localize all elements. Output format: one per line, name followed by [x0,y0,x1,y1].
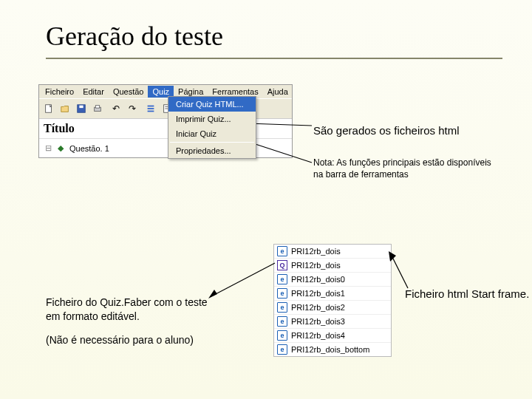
file-row[interactable]: ePRI12rb_dois0 [274,273,391,287]
file-row[interactable]: ePRI12rb_dois [274,245,391,259]
file-name: PRI12rb_dois3 [291,317,345,326]
file-row[interactable]: QPRI12rb_dois [274,259,391,273]
dropdown-separator [170,142,254,143]
menu-item-ficheiro[interactable]: Ficheiro [41,86,78,98]
svg-rect-7 [148,111,154,112]
quizfaber-window: FicheiroEditarQuestãoQuizPáginaFerrament… [38,84,293,158]
question-icon: ◆ [56,144,65,153]
generated-files-list: ePRI12rb_doisQPRI12rb_doisePRI12rb_dois0… [273,244,392,357]
file-row[interactable]: ePRI12rb_dois_bottom [274,343,391,356]
html-file-icon: e [277,316,287,327]
html-file-icon: e [277,302,287,313]
file-name: PRI12rb_dois [291,247,341,256]
file-row[interactable]: ePRI12rb_dois4 [274,329,391,343]
menu-item-questão[interactable]: Questão [109,86,149,98]
title-field-label: Título [44,122,75,134]
quiz-menu-dropdown: Criar Quiz HTML...Imprimir Quiz...Inicia… [168,96,256,159]
new-file-icon[interactable] [41,100,57,117]
dropdown-item[interactable]: Imprimir Quiz... [168,112,256,126]
annotation-start-frame: Ficheiro html Start frame. [405,287,529,301]
html-file-icon: e [277,246,287,256]
html-file-icon: e [277,344,287,355]
svg-marker-23 [208,290,217,299]
page-title: Geração do teste [46,21,532,52]
annotation-quizfaber-file: Ficheiro do Quiz.Faber com o teste em fo… [46,296,223,324]
file-name: PRI12rb_dois0 [291,275,345,284]
svg-rect-5 [148,106,154,107]
file-name: PRI12rb_dois2 [291,303,345,312]
svg-marker-25 [389,251,396,262]
svg-rect-4 [95,106,99,109]
redo-icon[interactable]: ↷ [124,100,140,117]
dropdown-item[interactable]: Propriedades... [168,143,256,158]
open-file-icon[interactable] [57,100,73,117]
file-row[interactable]: ePRI12rb_dois2 [274,301,391,315]
tree-expand-icon: ⊟ [45,143,52,153]
list-icon[interactable] [143,100,159,117]
arrow-to-quizfaber-file [207,259,281,303]
file-name: PRI12rb_dois4 [291,331,345,340]
print-icon[interactable] [89,100,106,117]
menu-item-editar[interactable]: Editar [78,86,109,98]
annotation-quizfaber-note: (Não é necessário para o aluno) [46,334,238,346]
file-row[interactable]: ePRI12rb_dois1 [274,287,391,301]
tree-item-label: Questão. 1 [69,144,109,153]
file-name: PRI12rb_dois_bottom [291,345,369,354]
dropdown-item[interactable]: Iniciar Quiz [168,126,256,141]
svg-rect-2 [79,106,83,109]
svg-line-24 [392,256,408,288]
svg-rect-6 [148,108,154,109]
annotation-generated-files: São gerados os ficheiros html [313,124,460,137]
dropdown-item[interactable]: Criar Quiz HTML... [168,97,256,112]
menu-item-ajuda[interactable]: Ajuda [263,86,293,98]
annotation-toolbar-note: Nota: As funções principais estão dispon… [313,157,498,180]
svg-line-22 [213,263,275,296]
arrow-to-startframe [386,251,415,296]
title-underline [46,58,502,59]
save-icon[interactable] [73,100,89,117]
file-row[interactable]: ePRI12rb_dois3 [274,315,391,329]
file-name: PRI12rb_dois1 [291,289,345,298]
undo-icon[interactable]: ↶ [108,100,124,117]
html-file-icon: e [277,330,287,341]
file-name: PRI12rb_dois [291,261,341,270]
